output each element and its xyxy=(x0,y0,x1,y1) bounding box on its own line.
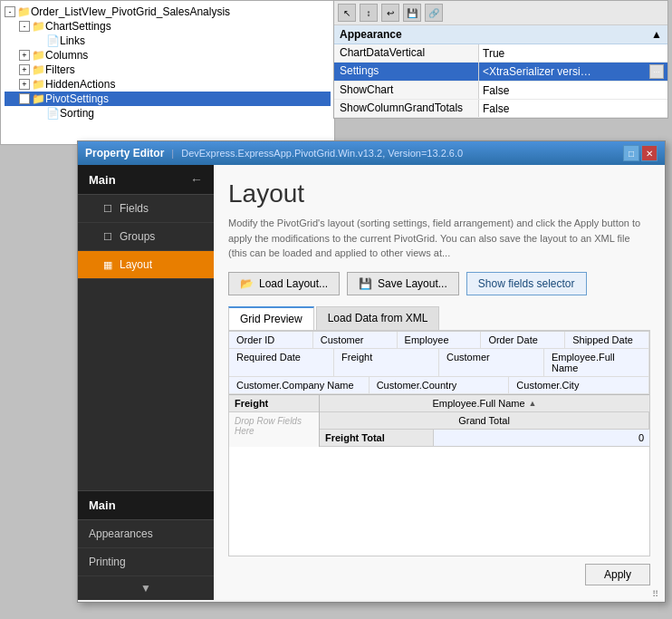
drop-placeholder: Drop Row Fields Here xyxy=(229,412,319,440)
close-btn[interactable]: ✕ xyxy=(641,145,658,161)
available-fields-row-1: Order ID Customer Employee Order Date Sh… xyxy=(229,332,649,349)
sidebar-spacer xyxy=(78,279,214,490)
props-key-showchart: ShowChart xyxy=(334,82,479,99)
tab-grid-preview[interactable]: Grid Preview xyxy=(228,306,314,330)
field-freight[interactable]: Freight xyxy=(334,349,439,376)
field-shipped-date[interactable]: Shipped Date xyxy=(565,332,649,348)
tab-load-data-xml[interactable]: Load Data from XML xyxy=(316,306,440,330)
props-row-chartdatavertical[interactable]: ChartDataVertical True xyxy=(334,44,667,63)
field-city[interactable]: Customer.City xyxy=(509,377,649,393)
pivotsettings-icon: 📁 xyxy=(32,92,45,105)
props-value-chartdatavertical: True xyxy=(479,44,667,62)
grid-pivot-area: Freight Drop Row Fields Here Employee.Fu… xyxy=(229,394,649,447)
field-employee-fullname[interactable]: Employee.Full Name xyxy=(544,349,649,376)
props-key-chartdatavertical: ChartDataVertical xyxy=(334,44,479,62)
pivotsettings-expander[interactable]: - xyxy=(19,93,30,104)
field-employee[interactable]: Employee xyxy=(398,332,482,348)
toolbar-sort-btn[interactable]: ↕ xyxy=(360,4,378,22)
tree-panel: - 📁 Order_ListVIew_PivotGrid_SalesAnalys… xyxy=(0,0,335,145)
save-icon: 💾 xyxy=(359,277,372,290)
fields-icon: ☐ xyxy=(103,203,112,215)
toolbar-cursor-btn[interactable]: ↖ xyxy=(338,4,356,22)
freight-total-row: Freight Total 0 xyxy=(320,430,649,447)
filters-label: Filters xyxy=(45,63,75,76)
property-editor-window: Property Editor | DevExpress.ExpressApp.… xyxy=(77,140,666,603)
titlebar-separator: | xyxy=(171,148,174,159)
layout-icon: ▦ xyxy=(103,259,112,271)
sidebar-bottom-section: Main xyxy=(78,490,214,520)
sidebar-top-section[interactable]: Main ← xyxy=(78,165,214,195)
groups-icon: ☐ xyxy=(103,231,112,243)
appearances-label: Appearances xyxy=(89,527,153,540)
tree-root-label: Order_ListVIew_PivotGrid_SalesAnalysis xyxy=(31,5,230,18)
columns-expander[interactable]: + xyxy=(19,50,30,61)
filters-icon: 📁 xyxy=(32,63,45,76)
tree-item-filters[interactable]: + 📁 Filters xyxy=(5,63,331,77)
tree-item-links[interactable]: 📄 Links xyxy=(5,34,331,48)
sidebar-item-fields[interactable]: ☐ Fields xyxy=(78,195,214,223)
field-customer2[interactable]: Customer xyxy=(439,349,544,376)
window-title: Property Editor xyxy=(85,147,164,160)
props-collapse-icon[interactable]: ▲ xyxy=(651,28,662,41)
tab-bar: Grid Preview Load Data from XML xyxy=(228,306,650,331)
sidebar-item-groups[interactable]: ☐ Groups xyxy=(78,223,214,251)
props-ellipsis-btn[interactable]: ··· xyxy=(649,64,664,79)
freight-total-value: 0 xyxy=(434,430,649,447)
sorting-icon: 📄 xyxy=(46,107,60,120)
pivotsettings-label: PivotSettings xyxy=(45,92,109,105)
maximize-btn[interactable]: □ xyxy=(623,145,639,161)
column-header-employee-fullname[interactable]: Employee.Full Name ▲ xyxy=(320,395,649,412)
tree-item-pivotsettings[interactable]: - 📁 PivotSettings xyxy=(5,92,331,106)
apply-btn-container: Apply xyxy=(228,556,650,585)
tree-item-columns[interactable]: + 📁 Columns xyxy=(5,48,331,63)
sidebar-item-appearances[interactable]: Appearances xyxy=(78,520,214,548)
chartsettings-icon: 📁 xyxy=(32,20,45,33)
tree-root[interactable]: - 📁 Order_ListVIew_PivotGrid_SalesAnalys… xyxy=(5,5,331,19)
apply-button[interactable]: Apply xyxy=(585,564,650,585)
sidebar-down-arrow[interactable]: ▼ xyxy=(78,576,214,600)
show-fields-selector-button[interactable]: Show fields selector xyxy=(466,272,587,295)
toolbar-undo-btn[interactable]: ↩ xyxy=(381,4,399,22)
row-field-freight[interactable]: Freight xyxy=(229,395,319,412)
resize-handle[interactable]: ⠿ xyxy=(652,589,663,600)
sidebar-bottom-label: Main xyxy=(89,498,116,512)
available-fields-row-2: Required Date Freight Customer Employee.… xyxy=(229,349,649,377)
field-order-date[interactable]: Order Date xyxy=(481,332,565,348)
content-description: Modify the PivotGrid's layout (sorting s… xyxy=(228,216,650,261)
field-company-name[interactable]: Customer.Company Name xyxy=(229,377,370,393)
field-order-id[interactable]: Order ID xyxy=(229,332,313,348)
links-label: Links xyxy=(60,34,85,47)
sidebar-top-label: Main xyxy=(89,173,116,187)
field-country[interactable]: Customer.Country xyxy=(370,377,510,393)
props-value-settings: <XtraSerializer version=... ··· xyxy=(479,63,667,81)
sidebar-back-arrow[interactable]: ← xyxy=(190,172,203,187)
toolbar-link-btn[interactable]: 🔗 xyxy=(425,4,443,22)
hiddenactions-expander[interactable]: + xyxy=(19,79,30,90)
chartsettings-expander[interactable]: - xyxy=(19,21,30,32)
tree-item-sorting[interactable]: 📄 Sorting xyxy=(5,106,331,121)
filters-expander[interactable]: + xyxy=(19,64,30,75)
load-layout-button[interactable]: 📂 Load Layout... xyxy=(228,272,340,295)
root-folder-icon: 📁 xyxy=(17,5,31,18)
props-row-showchart[interactable]: ShowChart False xyxy=(334,82,667,100)
props-row-settings[interactable]: Settings <XtraSerializer version=... ··· xyxy=(334,63,667,82)
save-layout-button[interactable]: 💾 Save Layout... xyxy=(347,272,459,295)
editor-body: Main ← ☐ Fields ☐ Groups ▦ Layout Main A… xyxy=(78,165,665,600)
props-value-showcolumngrandtotals: False xyxy=(479,100,667,117)
action-buttons: 📂 Load Layout... 💾 Save Layout... Show f… xyxy=(228,272,650,295)
sidebar-item-printing[interactable]: Printing xyxy=(78,548,214,576)
props-section-title: Appearance xyxy=(340,28,402,41)
props-key-settings: Settings xyxy=(334,63,479,81)
available-fields-row-3: Customer.Company Name Customer.Country C… xyxy=(229,377,649,394)
sidebar-item-layout[interactable]: ▦ Layout xyxy=(78,251,214,279)
properties-panel: ↖ ↕ ↩ 💾 🔗 Appearance ▲ ChartDataVertical… xyxy=(333,0,668,119)
tree-item-hiddenactions[interactable]: + 📁 HiddenActions xyxy=(5,77,331,92)
links-icon: 📄 xyxy=(46,34,60,47)
tree-item-chartsettings[interactable]: - 📁 ChartSettings xyxy=(5,19,331,34)
root-expander[interactable]: - xyxy=(5,6,15,17)
toolbar-save-btn[interactable]: 💾 xyxy=(403,4,421,22)
props-row-showcolumngrandtotals[interactable]: ShowColumnGrandTotals False xyxy=(334,100,667,118)
field-required-date[interactable]: Required Date xyxy=(229,349,334,376)
field-customer[interactable]: Customer xyxy=(313,332,398,348)
titlebar-controls: □ ✕ xyxy=(623,145,658,161)
